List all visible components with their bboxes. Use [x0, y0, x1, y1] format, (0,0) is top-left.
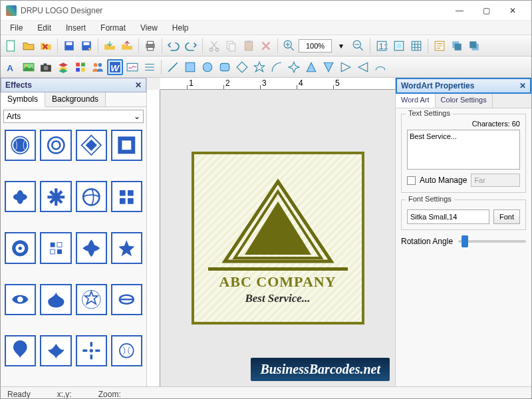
menu-help[interactable]: Help	[166, 22, 196, 34]
strikeline-icon[interactable]	[142, 59, 158, 75]
symbol-item[interactable]	[111, 284, 142, 315]
symbol-item[interactable]	[5, 284, 36, 315]
menu-edit[interactable]: Edit	[31, 22, 58, 34]
toolbar-main: 100% ▾ 1:1	[1, 35, 531, 57]
tab-wordart[interactable]: Word Art	[396, 94, 436, 108]
symbol-item[interactable]	[111, 181, 142, 212]
menu-file[interactable]: File	[3, 22, 29, 34]
star-shape-icon[interactable]	[251, 59, 267, 75]
symbol-item[interactable]	[40, 130, 71, 161]
maximize-button[interactable]: ▢	[473, 3, 499, 19]
symbol-item[interactable]	[111, 232, 142, 263]
logo-tagline-text[interactable]: Best Service...	[245, 292, 310, 305]
symbol-item[interactable]	[76, 232, 107, 263]
symbol-item[interactable]	[111, 130, 142, 161]
svg-rect-54	[57, 242, 62, 247]
auto-manage-checkbox[interactable]	[407, 176, 416, 185]
symbol-item[interactable]	[76, 284, 107, 315]
text-tool-icon[interactable]: A	[3, 59, 19, 75]
logo-design[interactable]: ABC COMPANY Best Service...	[192, 152, 364, 325]
wordart-text-input[interactable]: Best Service...	[407, 130, 520, 170]
properties-panel: WordArt Properties ✕ Word Art Color Sett…	[395, 78, 531, 386]
canvas[interactable]: ABC COMPANY Best Service... BusinessBarc…	[160, 90, 395, 386]
close-file-icon[interactable]	[38, 38, 54, 54]
people-icon[interactable]	[90, 59, 106, 75]
symbol-item[interactable]	[76, 181, 107, 212]
delete-icon[interactable]	[258, 38, 274, 54]
zoom-dropdown-icon[interactable]: ▾	[333, 38, 349, 54]
square-shape-icon[interactable]	[182, 59, 198, 75]
symbol-item[interactable]	[111, 335, 142, 366]
menu-view[interactable]: View	[134, 22, 164, 34]
grid-icon[interactable]	[408, 38, 424, 54]
layers-icon[interactable]	[55, 59, 71, 75]
zoom-out-icon[interactable]	[350, 38, 366, 54]
saveas-icon[interactable]	[78, 38, 94, 54]
triangle-left-shape-icon[interactable]	[355, 59, 371, 75]
properties-icon[interactable]	[432, 38, 448, 54]
symbol-item[interactable]	[40, 232, 71, 263]
new-icon[interactable]	[3, 38, 19, 54]
circle-shape-icon[interactable]	[200, 59, 215, 75]
triangle-up-shape-icon[interactable]	[303, 59, 319, 75]
zoom-in-icon[interactable]	[281, 38, 297, 54]
bring-front-icon[interactable]	[466, 38, 482, 54]
properties-panel-close-icon[interactable]: ✕	[519, 81, 526, 90]
tab-color-settings[interactable]: Color Settings	[436, 94, 493, 108]
line-shape-icon[interactable]	[165, 59, 181, 75]
svg-rect-2	[66, 42, 72, 45]
star4-shape-icon[interactable]	[286, 59, 302, 75]
symbol-item[interactable]	[40, 335, 71, 366]
diamond-shape-icon[interactable]	[234, 59, 250, 75]
svg-text:1:1: 1:1	[379, 41, 388, 51]
svg-point-36	[98, 63, 102, 66]
image-tool-icon[interactable]	[21, 59, 37, 75]
zoom-value[interactable]: 100%	[299, 39, 332, 53]
logo-company-text: ABC COMPANY	[219, 273, 336, 291]
menu-format[interactable]: Format	[94, 22, 132, 34]
close-button[interactable]: ✕	[499, 3, 526, 19]
open-icon[interactable]	[21, 38, 37, 54]
copy-icon[interactable]	[223, 38, 239, 54]
export-icon[interactable]	[119, 38, 135, 54]
send-back-icon[interactable]	[449, 38, 465, 54]
roundrect-shape-icon[interactable]	[217, 59, 233, 75]
symbols-category-value: Arts	[7, 112, 21, 121]
rotation-angle-slider[interactable]	[458, 240, 526, 243]
minimize-button[interactable]: —	[446, 3, 473, 19]
svg-rect-30	[44, 63, 47, 65]
camera-icon[interactable]	[38, 59, 54, 75]
print-icon[interactable]	[142, 38, 158, 54]
import-icon[interactable]	[102, 38, 118, 54]
symbol-item[interactable]	[76, 130, 107, 161]
paste-icon[interactable]	[241, 38, 257, 54]
effects-panel-close-icon[interactable]: ✕	[135, 80, 142, 90]
cut-icon[interactable]	[206, 38, 222, 54]
symbol-item[interactable]	[40, 284, 71, 315]
tab-backgrounds[interactable]: Backgrounds	[45, 92, 106, 106]
symbol-item[interactable]	[5, 335, 36, 366]
font-value-input[interactable]: Sitka Small,14	[407, 209, 489, 224]
triangle-down-shape-icon[interactable]	[321, 59, 336, 75]
symbols-category-select[interactable]: Arts ⌄	[3, 110, 144, 123]
save-icon[interactable]	[61, 38, 77, 54]
redo-icon[interactable]	[183, 38, 199, 54]
symbol-item[interactable]	[5, 130, 36, 161]
actual-size-icon[interactable]: 1:1	[374, 38, 390, 54]
triangle-right-shape-icon[interactable]	[338, 59, 354, 75]
font-button[interactable]: Font	[493, 209, 520, 224]
color-icon[interactable]	[72, 59, 88, 75]
arc-shape-icon[interactable]	[269, 59, 285, 75]
alignment-select[interactable]: Far	[471, 174, 520, 187]
signature-icon[interactable]	[124, 59, 140, 75]
symbol-item[interactable]	[76, 335, 107, 366]
wordart-tool-icon[interactable]: W	[107, 59, 123, 75]
symbol-item[interactable]	[5, 232, 36, 263]
curve-shape-icon[interactable]	[372, 59, 388, 75]
symbol-item[interactable]	[5, 181, 36, 212]
fit-page-icon[interactable]	[391, 38, 407, 54]
symbol-item[interactable]	[40, 181, 71, 212]
menu-insert[interactable]: Insert	[59, 22, 92, 34]
tab-symbols[interactable]: Symbols	[1, 92, 45, 107]
undo-icon[interactable]	[166, 38, 182, 54]
